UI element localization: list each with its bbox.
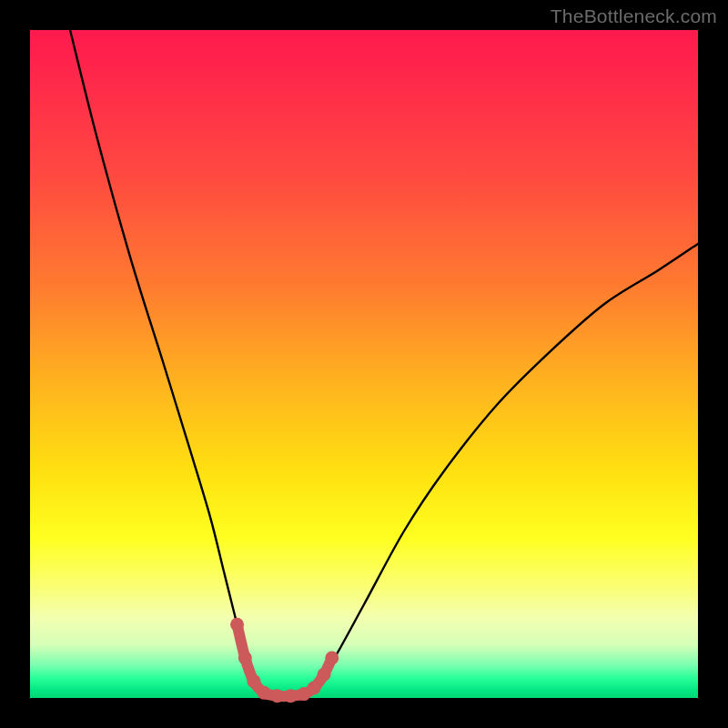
curve-svg [30, 30, 698, 698]
highlight-dot [284, 689, 298, 703]
highlight-dot [257, 686, 270, 700]
chart-frame: TheBottleneck.com [0, 0, 728, 728]
highlight-dot [325, 651, 339, 664]
bottleneck-curve [70, 30, 698, 699]
highlight-dot [270, 689, 284, 703]
highlight-dot [307, 681, 320, 694]
plot-area [30, 30, 698, 698]
highlight-dot [238, 651, 252, 664]
watermark-text: TheBottleneck.com [551, 5, 717, 27]
highlight-dot [317, 668, 330, 682]
highlight-dot [247, 674, 260, 688]
highlight-dots [230, 618, 339, 703]
highlight-dot [230, 618, 244, 632]
